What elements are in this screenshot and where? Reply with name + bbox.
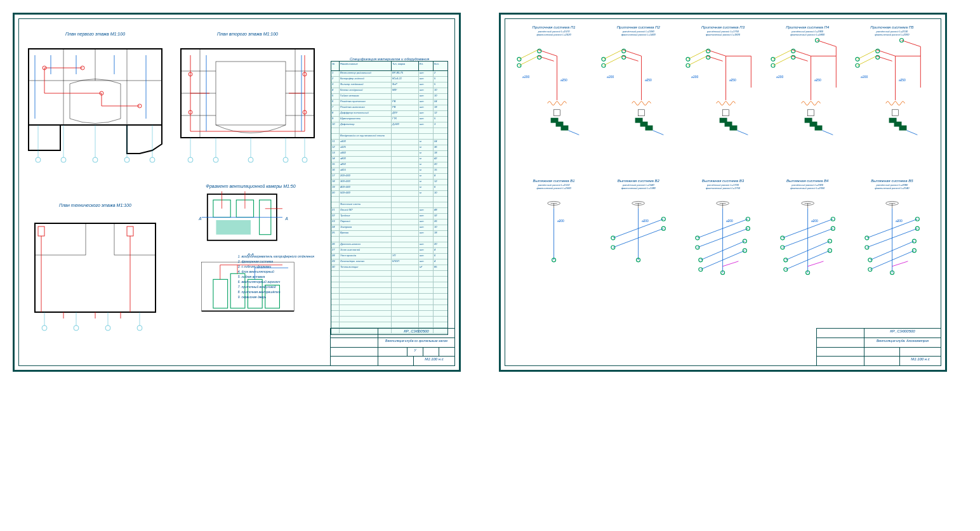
spec-row xyxy=(331,197,447,202)
svg-rect-87 xyxy=(646,125,653,130)
spec-row: 19400×300м6 xyxy=(331,185,447,191)
svg-point-102 xyxy=(791,49,795,53)
legend-item: 4. блок вентиляторный xyxy=(238,269,314,274)
svg-text:⌀200: ⌀200 xyxy=(861,75,868,79)
spec-row xyxy=(331,237,447,242)
spec-row: 12⌀125м36 xyxy=(331,145,447,151)
svg-point-103 xyxy=(791,55,795,59)
spec-row: 30Теплоизоляциям²85 xyxy=(331,265,447,271)
spec-row: 15⌀250м20 xyxy=(331,162,447,168)
spec-row: 4Клапан воздушныйКВУшт10 xyxy=(331,88,447,94)
svg-point-131 xyxy=(662,226,666,230)
svg-point-130 xyxy=(662,217,666,221)
legend-item: 3. с гибкими формами xyxy=(238,264,314,269)
svg-rect-74 xyxy=(554,109,560,115)
svg-text:⌀250: ⌀250 xyxy=(729,79,737,82)
svg-rect-20 xyxy=(216,62,286,125)
legend-item: 7. приточный воздуховод xyxy=(238,284,314,289)
spec-row: 2Калорифер водянойКСк3-11шт5 xyxy=(331,77,447,82)
spec-row xyxy=(331,294,447,299)
svg-point-92 xyxy=(706,49,710,53)
svg-rect-43 xyxy=(35,223,156,312)
svg-point-33 xyxy=(188,157,193,162)
tech-title: План технического этажа М1:100 xyxy=(25,203,165,207)
spec-row: 28Узел проходаУПшт6 xyxy=(331,254,447,259)
svg-text:⌀250: ⌀250 xyxy=(645,79,652,82)
spec-row xyxy=(331,282,447,288)
spec-row: 3Фильтр ячейковыйФяРшт5 xyxy=(331,82,447,88)
svg-point-72 xyxy=(538,49,541,53)
title-block-2: КР_СЭ000500 Вентиляция клуба. Аксонометр… xyxy=(816,328,941,365)
spec-row xyxy=(331,128,447,134)
svg-rect-46 xyxy=(38,226,44,236)
svg-point-49 xyxy=(74,325,79,331)
spec-row: 10ДефлекторД-500шт3 xyxy=(331,122,447,128)
svg-point-83 xyxy=(622,55,626,59)
svg-rect-44 xyxy=(35,223,86,255)
svg-text:⌀250: ⌀250 xyxy=(898,79,906,82)
legend-item: 8. приточная вентрешётка xyxy=(238,289,314,294)
svg-point-149 xyxy=(780,246,784,249)
legend-item: 1. воздухонагреватель калориферного отде… xyxy=(238,254,314,259)
spec-row xyxy=(331,311,447,317)
svg-point-93 xyxy=(706,55,710,59)
svg-point-113 xyxy=(876,49,880,53)
legend-item: 9. сервисная дверь xyxy=(238,294,314,299)
svg-text:⌀200: ⌀200 xyxy=(642,220,649,223)
svg-text:⌀200: ⌀200 xyxy=(557,220,565,223)
spec-row xyxy=(331,305,447,311)
exhaust-system-3: Вытяжная система В3расчётный расход L=17… xyxy=(682,179,764,330)
spec-row: 14⌀200м42 xyxy=(331,157,447,162)
supply-system-3: Приточная система П3расчётный расход L=1… xyxy=(682,25,764,176)
svg-point-151 xyxy=(831,226,835,230)
svg-rect-97 xyxy=(730,125,738,130)
spec-row: Воздуховоды из оцинкованной стали xyxy=(331,134,447,140)
svg-text:⌀250: ⌀250 xyxy=(560,79,568,82)
svg-point-104 xyxy=(815,38,819,42)
legend-item: 2. фрамужная система xyxy=(238,259,314,264)
svg-text:⌀200: ⌀200 xyxy=(895,220,903,223)
svg-point-82 xyxy=(622,49,626,53)
spec-row: 8Диффузор потолочныйДПУшт12 xyxy=(331,111,447,117)
legend-list: 1. воздухонагреватель калориферного отде… xyxy=(238,254,314,299)
svg-point-50 xyxy=(105,325,110,331)
svg-point-138 xyxy=(746,217,750,221)
svg-rect-94 xyxy=(723,109,729,115)
svg-point-148 xyxy=(780,236,784,240)
spec-row: 11⌀100м24 xyxy=(331,140,447,145)
svg-point-150 xyxy=(831,217,835,221)
exhaust-system-5: Вытяжная система В5расчётный расход L=20… xyxy=(851,179,933,330)
spec-row: 26Дроссель-клапаншт20 xyxy=(331,242,447,248)
svg-text:⌀200: ⌀200 xyxy=(726,220,734,223)
svg-text:⌀250: ⌀250 xyxy=(814,79,821,82)
spec-row: 29Огнезадерж. клапанКЛОПшт4 xyxy=(331,259,447,265)
svg-rect-119 xyxy=(899,125,906,130)
spec-row: 9ШумоглушительГТКшт5 xyxy=(331,117,447,122)
spec-row: 23Переходшт26 xyxy=(331,220,447,225)
spec-row xyxy=(331,317,447,322)
svg-point-11 xyxy=(93,157,98,162)
spec-row: 25Врезкашт18 xyxy=(331,231,447,237)
svg-text:⌀200: ⌀200 xyxy=(522,75,530,79)
svg-text:⌀200: ⌀200 xyxy=(776,75,784,79)
svg-rect-45 xyxy=(114,223,156,255)
spec-row: 27Зонт вытяжнойшт4 xyxy=(331,248,447,254)
svg-point-10 xyxy=(61,157,66,162)
svg-point-136 xyxy=(696,236,699,240)
title-block: КР_СЭ000500 Вентиляция клуба со зрительн… xyxy=(330,328,454,365)
svg-point-36 xyxy=(283,157,288,162)
spec-row: 18300×200м12 xyxy=(331,180,447,185)
spec-row: Фасонные части xyxy=(331,202,447,208)
spec-row: 24Заглушкашт10 xyxy=(331,225,447,231)
supply-system-1: Приточная система П1расчётный расход L=1… xyxy=(513,25,595,176)
svg-point-12 xyxy=(124,157,129,162)
svg-rect-116 xyxy=(892,109,898,115)
svg-point-48 xyxy=(42,325,47,331)
vent-chamber-fragment: Фрагмент вентиляционной камеры М1:50 А А… xyxy=(184,184,317,336)
first-floor-plan: План первого этажа М1:100 xyxy=(25,32,165,159)
svg-rect-77 xyxy=(561,125,569,130)
exhaust-system-2: Вытяжная система В2расчётный расход L=13… xyxy=(597,179,679,330)
spec-row: 7Решётка вытяжнаяРВшт18 xyxy=(331,105,447,111)
drawing-sheet-2: Приточная система П1расчётный расход L=1… xyxy=(499,13,947,372)
exhaust-system-4: Вытяжная система В4расчётный расход L=23… xyxy=(767,179,849,330)
